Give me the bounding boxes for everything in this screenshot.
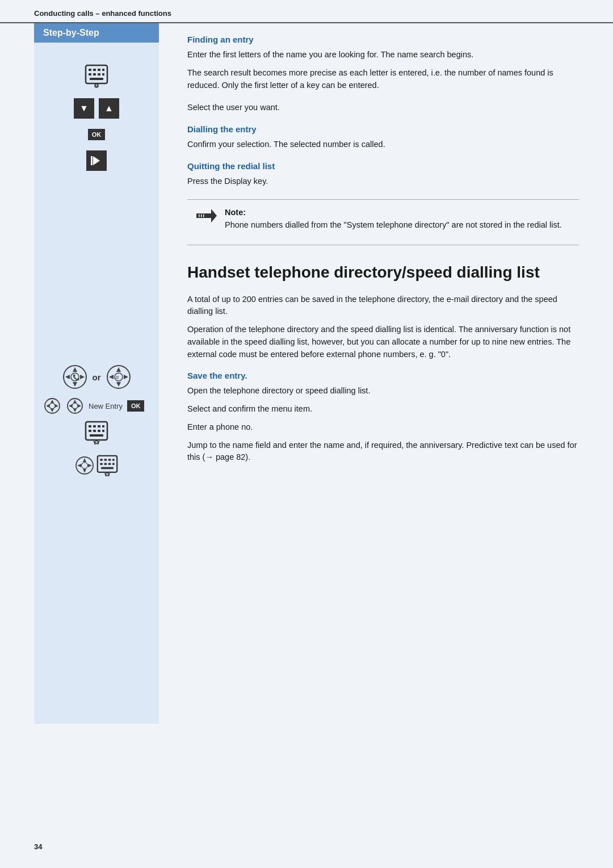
svg-rect-44 [89,430,91,432]
or-label: or [93,372,101,382]
svg-marker-28 [51,400,54,403]
jump-4way-icon [75,456,94,475]
svg-marker-17 [80,375,85,379]
note-content: Note: Phone numbers dialled from the "Sy… [225,208,570,237]
header-bar: Conducting calls – enhanced functions [0,0,613,23]
finding-entry-heading: Finding an entry [187,35,579,44]
4way-nav-icon-2: ≡ [106,364,132,390]
svg-rect-58 [104,459,107,461]
keyboard-icon-2 [85,421,108,445]
svg-rect-9 [90,78,103,80]
svg-text:📞: 📞 [73,374,80,381]
svg-marker-21 [116,367,121,372]
jump-keyboard-icon [96,455,118,476]
nav-arrows-group: ▼ ▲ [43,98,150,119]
svg-marker-31 [55,404,58,408]
svg-rect-59 [108,459,111,461]
quitting-redial-heading: Quitting the redial list [187,161,579,171]
svg-rect-70 [201,214,202,217]
svg-rect-64 [112,463,115,465]
ok-button-icon-1: OK [88,129,106,140]
step-by-step-banner: Step-by-Step [34,23,159,43]
svg-point-38 [72,403,78,409]
svg-rect-45 [93,430,96,432]
svg-rect-43 [102,425,104,427]
svg-rect-5 [89,73,91,76]
svg-rect-41 [93,425,96,427]
svg-rect-47 [102,430,104,432]
svg-marker-35 [73,409,77,412]
svg-text:≡: ≡ [116,374,119,380]
note-text: Phone numbers dialled from the "System t… [225,219,570,232]
save-entry-text1: Open the telephone directory or speed di… [187,385,579,397]
svg-rect-2 [93,69,96,71]
svg-rect-6 [93,73,96,76]
svg-rect-40 [89,425,91,427]
svg-rect-69 [199,214,200,217]
finding-entry-text2: The search result becomes more precise a… [187,67,579,92]
svg-marker-24 [124,375,128,379]
ok-button-icon-2: OK [127,400,145,412]
down-arrow-icon: ▼ [74,98,94,119]
main-section-heading: Handset telephone directory/speed dialli… [187,262,579,283]
svg-rect-63 [108,463,111,465]
intro-text2: Operation of the telephone directory and… [187,324,579,360]
display-key-icon [86,150,107,171]
svg-rect-4 [102,69,104,71]
save-entry-text2: Select and confirm the menu item. [187,403,579,416]
note-label: Note: [225,208,570,217]
up-arrow-icon: ▲ [99,98,119,119]
save-entry-text3: Enter a phone no. [187,421,579,434]
svg-rect-71 [203,214,204,217]
keyboard-icon-group-1 [43,64,150,88]
svg-marker-29 [51,409,54,412]
svg-marker-54 [88,464,92,467]
svg-marker-51 [83,458,86,462]
svg-point-55 [82,463,88,469]
save-entry-heading: Save the entry. [187,371,579,380]
svg-rect-42 [98,425,100,427]
save-entry-text4: Jump to the name field and enter the nam… [187,439,579,464]
svg-rect-57 [100,459,103,461]
svg-rect-46 [98,430,100,432]
svg-marker-52 [83,469,86,473]
svg-rect-62 [104,463,107,465]
circle-nav-group-1: 📞 or ≡ [43,364,150,390]
svg-marker-34 [73,400,77,403]
page-container: Conducting calls – enhanced functions St… [0,0,613,868]
note-box: Note: Phone numbers dialled from the "Sy… [187,199,579,246]
svg-rect-48 [90,434,103,437]
svg-rect-7 [98,73,100,76]
dialling-entry-heading: Dialling the entry [187,124,579,134]
finding-entry-text3: Select the user you want. [187,102,579,114]
svg-marker-30 [46,404,49,408]
small-nav-icon-1 [43,397,61,415]
content-area: Finding an entry Enter the first letters… [170,23,579,724]
ok-icon-group-1: OK [43,129,150,140]
page-number: 34 [34,842,42,851]
sidebar: Step-by-Step [34,23,170,724]
svg-marker-15 [73,382,77,387]
svg-rect-8 [102,73,104,76]
note-arrow-icon [196,209,217,226]
new-entry-row: New Entry OK [43,397,150,415]
svg-marker-68 [211,209,217,223]
dialling-entry-text1: Confirm your selection. The selected num… [187,139,579,151]
svg-rect-1 [89,69,91,71]
svg-marker-22 [116,382,121,387]
svg-marker-14 [73,367,77,372]
quitting-redial-text1: Press the Display key. [187,175,579,188]
svg-rect-60 [112,459,115,461]
svg-rect-65 [101,467,114,469]
small-nav-icon-2 [66,397,84,415]
keyboard-icon-1 [85,64,108,88]
svg-marker-16 [65,375,70,379]
keyboard-icon-group-2 [43,421,150,445]
svg-marker-37 [78,404,81,408]
svg-rect-3 [98,69,100,71]
intro-text1: A total of up to 200 entries can be save… [187,293,579,318]
svg-marker-36 [69,404,72,408]
new-entry-label: New Entry [89,402,123,410]
step-by-step-label: Step-by-Step [43,28,99,38]
display-key-group [43,150,150,171]
